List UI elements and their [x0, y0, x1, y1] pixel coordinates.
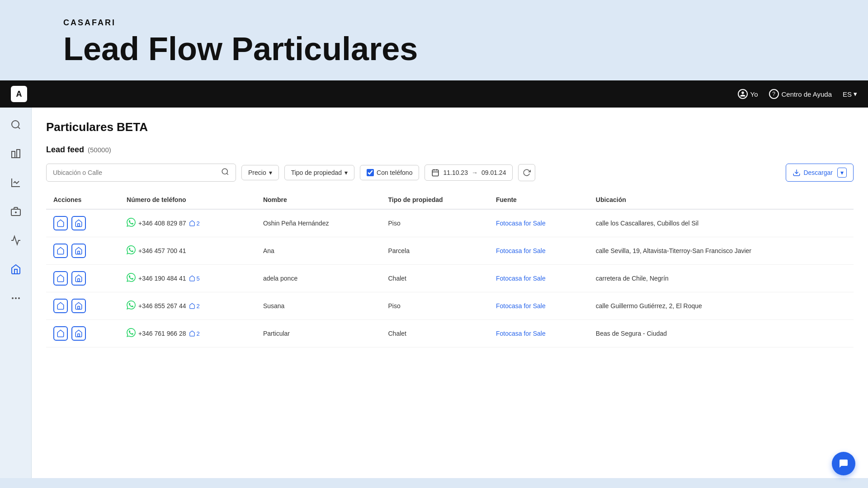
table-row: +346 855 267 44 2 SusanaPisoFotocasa for…: [46, 292, 854, 320]
table-row: +346 190 484 41 5 adela ponceChaletFotoc…: [46, 265, 854, 292]
help-icon: ?: [769, 89, 779, 99]
sidebar-item-chart[interactable]: [8, 232, 24, 249]
user-label: Yo: [750, 90, 758, 98]
table-row: +346 457 700 41 AnaParcelaFotocasa for S…: [46, 237, 854, 265]
phone-filter[interactable]: Con teléfono: [360, 165, 419, 180]
sidebar-item-more[interactable]: [8, 290, 24, 306]
whatsapp-icon: [127, 273, 136, 284]
phone-count: 2: [189, 303, 200, 310]
sidebar-item-money[interactable]: [8, 203, 24, 220]
search-icon[interactable]: [221, 168, 229, 178]
search-action-icon[interactable]: [71, 326, 86, 341]
home-action-icon[interactable]: [53, 244, 68, 258]
action-icons: [53, 271, 112, 286]
page-title: Particulares BETA: [46, 120, 854, 134]
search-action-icon[interactable]: [71, 216, 86, 230]
whatsapp-icon: [127, 218, 136, 229]
section-header: Lead feed (50000): [46, 145, 854, 155]
chevron-down-icon: ▾: [269, 169, 272, 176]
whatsapp-icon: [127, 328, 136, 339]
lead-location: calle Sevilla, 19, Altavista-Titerroy-Sa…: [589, 237, 854, 265]
nav-logo[interactable]: A: [11, 86, 27, 102]
svg-point-9: [222, 169, 227, 174]
language-selector[interactable]: ES ▾: [843, 90, 857, 98]
col-nombre: Nombre: [256, 191, 381, 209]
user-menu[interactable]: Yo: [738, 89, 758, 99]
source-link[interactable]: Fotocasa for Sale: [496, 302, 546, 310]
property-type-filter[interactable]: Tipo de propiedad ▾: [284, 165, 354, 180]
lead-location: carretera de Chile, Negrín: [589, 265, 854, 292]
home-action-icon[interactable]: [53, 299, 68, 313]
price-filter[interactable]: Precio ▾: [241, 165, 279, 180]
svg-rect-16: [78, 251, 80, 254]
source-link[interactable]: Fotocasa for Sale: [496, 330, 546, 337]
source-link[interactable]: Fotocasa for Sale: [496, 275, 546, 282]
source-link[interactable]: Fotocasa for Sale: [496, 247, 546, 254]
svg-point-6: [12, 297, 14, 299]
action-icons: [53, 216, 112, 230]
chat-bubble[interactable]: [832, 452, 855, 475]
action-icons: [53, 299, 112, 313]
phone-cell: +346 761 966 28 2: [127, 328, 249, 339]
table-row: +346 408 829 87 2 Oshin Peña HernándezPi…: [46, 209, 854, 237]
lead-name: adela ponce: [256, 265, 381, 292]
chat-icon: [838, 458, 849, 469]
help-menu[interactable]: ? Centro de Ayuda: [769, 89, 832, 99]
phone-cell: +346 408 829 87 2: [127, 218, 249, 229]
section-count: (50000): [88, 146, 111, 154]
download-icon: [793, 169, 801, 177]
search-box[interactable]: [46, 164, 236, 182]
search-action-icon[interactable]: [71, 299, 86, 313]
property-type: Piso: [381, 292, 489, 320]
lead-location: calle los Cascallares, Cubillos del Sil: [589, 209, 854, 237]
phone-count: 2: [189, 220, 200, 227]
date-filter[interactable]: 11.10.23 → 09.01.24: [425, 164, 513, 181]
svg-rect-19: [78, 334, 80, 337]
search-action-icon[interactable]: [71, 244, 86, 258]
refresh-button[interactable]: [518, 164, 535, 181]
phone-checkbox[interactable]: [367, 169, 374, 176]
svg-rect-1: [12, 151, 15, 158]
sidebar-item-analytics[interactable]: [8, 174, 24, 191]
sidebar-item-buildings[interactable]: [8, 145, 24, 162]
phone-number: +346 457 700 41: [138, 247, 186, 254]
home-action-icon[interactable]: [53, 216, 68, 230]
phone-number: +346 408 829 87: [138, 220, 186, 227]
leads-table: Acciones Número de teléfono Nombre Tipo …: [46, 191, 854, 347]
filters-row: Precio ▾ Tipo de propiedad ▾ Con teléfon…: [46, 164, 854, 182]
source-link[interactable]: Fotocasa for Sale: [496, 220, 546, 227]
property-type: Parcela: [381, 237, 489, 265]
phone-count: 2: [189, 330, 200, 337]
action-icons: [53, 244, 112, 258]
search-action-icon[interactable]: [71, 271, 86, 286]
table-row: +346 761 966 28 2 ParticularChaletFotoca…: [46, 320, 854, 347]
dropdown-arrow-icon[interactable]: ▾: [837, 168, 847, 178]
main-content: Particulares BETA Lead feed (50000) Prec…: [32, 108, 868, 478]
property-type: Chalet: [381, 320, 489, 347]
phone-filter-label: Con teléfono: [377, 169, 412, 176]
svg-rect-17: [78, 279, 80, 282]
brand-logo: CASAFARI: [63, 18, 868, 28]
phone-number: +346 190 484 41: [138, 275, 186, 282]
svg-rect-10: [433, 170, 439, 176]
lead-name: Susana: [256, 292, 381, 320]
sidebar-item-search[interactable]: [8, 117, 24, 133]
arrow-icon: →: [472, 169, 478, 176]
download-button[interactable]: Descargar ▾: [786, 164, 854, 182]
search-input[interactable]: [53, 169, 217, 176]
home-action-icon[interactable]: [53, 271, 68, 286]
sidebar-item-home[interactable]: [8, 261, 24, 277]
chevron-down-icon: ▾: [344, 169, 348, 176]
user-icon: [738, 89, 748, 99]
action-icons: [53, 326, 112, 341]
col-tipo: Tipo de propiedad: [381, 191, 489, 209]
refresh-icon: [523, 169, 531, 177]
home-action-icon[interactable]: [53, 326, 68, 341]
lead-location: Beas de Segura - Ciudad: [589, 320, 854, 347]
date-from: 11.10.23: [443, 169, 468, 176]
lead-name: Ana: [256, 237, 381, 265]
col-fuente: Fuente: [489, 191, 589, 209]
phone-cell: +346 457 700 41: [127, 245, 249, 257]
svg-rect-2: [17, 150, 20, 158]
date-to: 09.01.24: [481, 169, 506, 176]
